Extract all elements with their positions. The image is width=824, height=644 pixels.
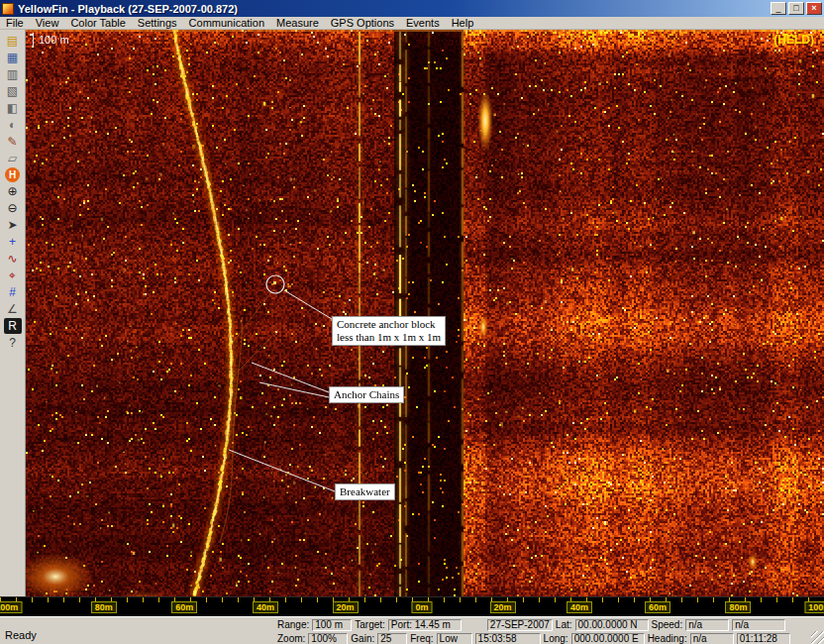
ruler-label: 40m bbox=[253, 601, 278, 613]
status-segment: 100 m bbox=[312, 619, 352, 631]
status-segment: Zoom: bbox=[277, 633, 305, 644]
profile-icon[interactable]: ∿ bbox=[4, 251, 22, 267]
annotation-breakwater: Breakwater bbox=[335, 483, 395, 500]
ruler-label: 80m bbox=[91, 601, 117, 613]
ruler-labels: 100m80m60m40m20m0m20m40m60m80m100m bbox=[0, 597, 824, 616]
screenshot-icon[interactable]: ▧ bbox=[4, 83, 22, 99]
ruler-label: 100m bbox=[804, 601, 824, 613]
status-segment: Speed: bbox=[652, 619, 683, 631]
ruler-label: 20m bbox=[333, 601, 359, 613]
open-folder-icon[interactable]: ▤ bbox=[4, 33, 22, 49]
status-ready: Ready bbox=[5, 629, 37, 641]
ruler-label: 40m bbox=[566, 601, 592, 613]
menu-item[interactable]: Color Table bbox=[64, 17, 131, 29]
ruler-label: 60m bbox=[645, 601, 670, 613]
status-segment: 15:03:58 bbox=[475, 633, 541, 644]
annotation-anchor-block-line1: Concrete anchor block bbox=[337, 318, 441, 331]
minimize-button[interactable]: _ bbox=[771, 2, 786, 15]
status-segment: Lat: bbox=[556, 619, 572, 631]
ruler-label: 20m bbox=[490, 601, 516, 613]
menu-item[interactable]: View bbox=[30, 17, 65, 29]
menu-item[interactable]: Communication bbox=[183, 17, 270, 29]
annotation-line-breakwater bbox=[229, 450, 335, 491]
save-icon[interactable]: ▦ bbox=[4, 50, 22, 65]
status-segment: Heading: bbox=[648, 633, 687, 644]
gain-icon[interactable]: ◐ bbox=[4, 117, 22, 133]
status-row-1: Range:100 mTarget:Port: 14.45 m27-SEP-20… bbox=[277, 618, 822, 631]
status-segment: 01:11:28 bbox=[737, 633, 790, 644]
status-segment: Port: 14.45 m bbox=[388, 619, 462, 631]
menu-item[interactable]: Measure bbox=[270, 17, 325, 29]
ruler-label: 80m bbox=[725, 601, 751, 613]
annotation-anchor-chains: Anchor Chains bbox=[329, 386, 404, 403]
held-status-label: (HELD) bbox=[773, 33, 814, 47]
status-segment: 000.00.0000 E bbox=[571, 633, 645, 644]
status-row-2: Zoom:100%Gain:25Freq:Low15:03:58Long:000… bbox=[277, 632, 822, 644]
maximize-button[interactable]: □ bbox=[788, 2, 804, 15]
palette-icon[interactable]: ◧ bbox=[4, 100, 22, 116]
add-marker-icon[interactable]: + bbox=[4, 234, 22, 250]
status-segment: n/a bbox=[732, 619, 785, 631]
angle-icon[interactable]: ∠ bbox=[4, 301, 22, 317]
annotation-line-anchor-chains-2 bbox=[259, 382, 329, 397]
annotation-overlay bbox=[26, 30, 824, 596]
status-segment: 25 bbox=[377, 633, 407, 644]
window-title: YellowFin - Playback (27-SEP-2007-00.872… bbox=[18, 3, 771, 15]
pointer-icon[interactable]: ➤ bbox=[4, 217, 22, 233]
titlebar: YellowFin - Playback (27-SEP-2007-00.872… bbox=[0, 0, 824, 17]
resize-grip[interactable] bbox=[811, 631, 824, 644]
r-tool-icon[interactable]: R bbox=[4, 318, 22, 334]
pencil-icon[interactable]: ✎ bbox=[4, 134, 22, 150]
eraser-icon[interactable]: ▱ bbox=[4, 151, 22, 166]
menu-bar: FileViewColor TableSettingsCommunication… bbox=[0, 17, 824, 30]
annotation-line-anchor-chains-1 bbox=[252, 363, 329, 392]
status-segment: Target: bbox=[355, 619, 385, 631]
annotation-line-anchor-block bbox=[284, 290, 332, 319]
status-segment: 27-SEP-2007 bbox=[487, 619, 553, 631]
ruler-label: 60m bbox=[171, 601, 197, 613]
toolbar: ▤▦▥▧◧◐✎▱H⊕⊖➤+∿⌖#∠R? bbox=[0, 30, 26, 596]
zoom-out-icon[interactable]: ⊖ bbox=[4, 200, 22, 216]
range-ruler: 100m80m60m40m20m0m20m40m60m80m100m bbox=[0, 596, 824, 616]
status-segment: 100% bbox=[308, 633, 348, 644]
menu-item[interactable]: GPS Options bbox=[325, 17, 400, 29]
menu-item[interactable]: Settings bbox=[132, 17, 183, 29]
status-segment: 00.00.0000 N bbox=[575, 619, 649, 631]
sonar-display: 100 m (HELD) Concrete anchor block less … bbox=[26, 30, 824, 596]
status-segment: Range: bbox=[277, 619, 309, 631]
annotation-anchor-block: Concrete anchor block less than 1m x 1m … bbox=[332, 316, 446, 346]
zoom-in-icon[interactable]: ⊕ bbox=[4, 183, 22, 199]
print-icon[interactable]: ▥ bbox=[4, 66, 22, 82]
status-segment: Long: bbox=[544, 633, 568, 644]
ruler-label: 0m bbox=[411, 601, 432, 613]
titlebar-buttons: _ □ × bbox=[771, 2, 822, 15]
status-segment: Freq: bbox=[410, 633, 433, 644]
app-window: YellowFin - Playback (27-SEP-2007-00.872… bbox=[0, 0, 824, 644]
status-bar: Ready Range:100 mTarget:Port: 14.45 m27-… bbox=[0, 616, 824, 644]
menu-item[interactable]: File bbox=[0, 17, 30, 29]
help-icon[interactable]: ? bbox=[4, 335, 22, 351]
range-scale-label: 100 m bbox=[33, 33, 79, 46]
status-segment: Low bbox=[437, 633, 472, 644]
app-icon bbox=[2, 3, 14, 15]
close-button[interactable]: × bbox=[806, 2, 822, 15]
status-segment: n/a bbox=[685, 619, 729, 631]
crosshair-icon[interactable]: ⌖ bbox=[4, 268, 22, 283]
hold-icon[interactable]: H bbox=[5, 167, 20, 182]
measure-icon[interactable]: # bbox=[4, 284, 22, 300]
status-segment: Gain: bbox=[351, 633, 374, 644]
annotation-anchor-block-line2: less than 1m x 1m x 1m bbox=[337, 331, 441, 344]
menu-item[interactable]: Help bbox=[446, 17, 480, 29]
annotation-circle-anchor-block bbox=[266, 275, 284, 293]
status-segment: n/a bbox=[690, 633, 734, 644]
ruler-label: 100m bbox=[0, 601, 22, 613]
status-fields: Range:100 mTarget:Port: 14.45 m27-SEP-20… bbox=[277, 618, 822, 644]
main-content: ▤▦▥▧◧◐✎▱H⊕⊖➤+∿⌖#∠R? 100 m (HELD) Concret… bbox=[0, 30, 824, 596]
menu-item[interactable]: Events bbox=[400, 17, 446, 29]
